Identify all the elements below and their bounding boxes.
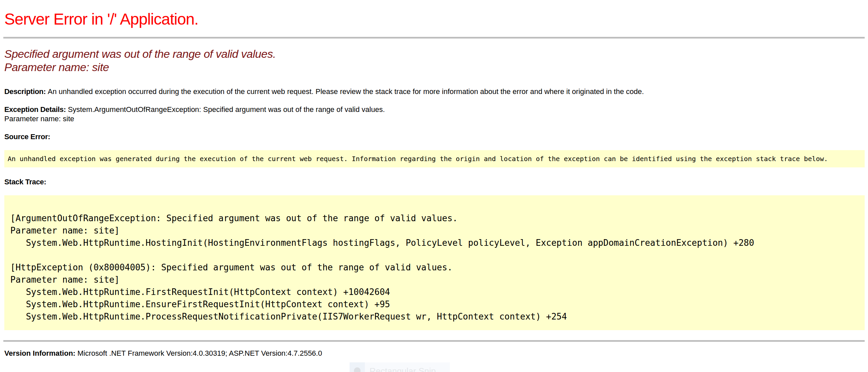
subtitle-line-1: Specified argument was out of the range … [4, 47, 276, 60]
error-subtitle: Specified argument was out of the range … [4, 47, 865, 74]
snip-tooltip-icon-cell [350, 362, 365, 372]
source-error-label: Source Error: [4, 133, 50, 141]
rectangular-snip-icon [354, 367, 361, 372]
source-error-text: An unhandled exception was generated dur… [8, 155, 861, 163]
exception-details-row: Exception Details: System.ArgumentOutOfR… [4, 105, 865, 124]
exception-details-label: Exception Details: [4, 105, 68, 113]
version-info-text: Microsoft .NET Framework Version:4.0.303… [78, 349, 322, 358]
exception-details-param: Parameter name: site [4, 114, 74, 123]
source-error-row: Source Error: [4, 132, 865, 141]
description-row: Description: An unhandled exception occu… [4, 87, 865, 96]
description-text: An unhandled exception occurred during t… [48, 87, 644, 96]
stack-trace-row: Stack Trace: [4, 177, 865, 187]
error-page: Server Error in '/' Application. Specifi… [0, 10, 868, 358]
snip-tooltip: Rectangular Snip [350, 362, 450, 372]
stack-trace-box: [ArgumentOutOfRangeException: Specified … [4, 195, 865, 330]
version-info-label: Version Information: [4, 349, 78, 358]
description-label: Description: [4, 87, 48, 96]
stack-trace-text: [ArgumentOutOfRangeException: Specified … [10, 200, 859, 323]
source-error-box: An unhandled exception was generated dur… [4, 150, 865, 167]
exception-details-text: System.ArgumentOutOfRangeException: Spec… [68, 105, 385, 113]
page-title: Server Error in '/' Application. [4, 10, 865, 28]
stack-trace-label: Stack Trace: [4, 178, 46, 186]
snip-tooltip-label: Rectangular Snip [370, 366, 436, 372]
subtitle-line-2: Parameter name: site [4, 61, 109, 73]
version-info-row: Version Information: Microsoft .NET Fram… [4, 349, 865, 358]
title-rule [3, 37, 865, 38]
footer-rule [3, 340, 865, 342]
